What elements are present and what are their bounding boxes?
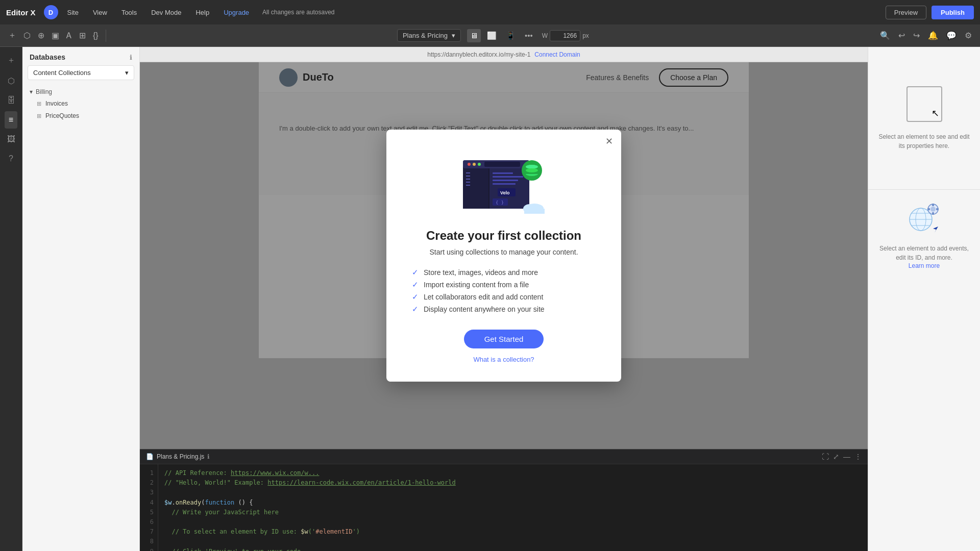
modal-title: Create your first collection <box>426 229 581 243</box>
add-icon[interactable]: ＋ <box>6 28 18 43</box>
code-content[interactable]: // API Reference: https://www.wix.com/w.… <box>158 464 462 551</box>
svg-point-26 <box>526 165 538 169</box>
code-panel-header: 📄 Plans & Pricing.js ℹ ⛶ ⤢ — ⋮ <box>140 449 868 464</box>
desktop-icon[interactable]: 🖥 <box>467 29 481 42</box>
db-panel-title: Databases <box>30 53 65 61</box>
width-field: W px <box>542 30 589 41</box>
separator <box>106 30 106 42</box>
svg-text:Velo: Velo <box>500 190 510 195</box>
chat-icon[interactable]: 💬 <box>944 29 959 42</box>
file-icon: 📄 <box>146 453 154 460</box>
secondbar-center: Plans & Pricing ▾ 🖥 ⬜ 📱 ••• W px <box>111 29 875 42</box>
topbar: Editor X D Site View Tools Dev Mode Help… <box>0 0 980 24</box>
notifications-icon[interactable]: 🔔 <box>926 29 940 42</box>
check-icon-2: ✓ <box>412 292 419 302</box>
code-body[interactable]: 1 2 3 4 5 6 7 8 9 10 // API Reference: h… <box>140 464 868 551</box>
svg-rect-13 <box>493 172 513 174</box>
nav-tools[interactable]: Tools <box>116 9 142 16</box>
text-icon[interactable]: Ꭺ <box>64 29 74 42</box>
sidebar-db-icon[interactable]: ≡ <box>5 111 17 129</box>
code-header-icons: ⛶ ⤢ — ⋮ <box>822 453 862 461</box>
user-avatar[interactable]: D <box>44 5 58 19</box>
pages-icon[interactable]: ▣ <box>50 29 61 42</box>
svg-rect-10 <box>466 182 470 183</box>
secondbar-right: 🔍 ↩ ↪ 🔔 💬 ⚙ <box>878 29 974 42</box>
modal-overlay[interactable]: ✕ <box>140 62 868 449</box>
undo-icon[interactable]: ↩ <box>896 29 907 42</box>
sidebar-media-icon[interactable]: 🖼 <box>3 131 19 148</box>
editor-x-logo: Editor X <box>6 8 36 17</box>
db-item-pricequotes[interactable]: ⊞ PriceQuotes <box>22 110 139 122</box>
table-icon-2: ⊞ <box>37 113 41 119</box>
code-panel: 📄 Plans & Pricing.js ℹ ⛶ ⤢ — ⋮ 1 2 3 4 <box>140 449 868 551</box>
settings-icon[interactable]: ⚙ <box>963 29 974 42</box>
check-icon-3: ✓ <box>412 305 419 314</box>
checklist-item-1: ✓ Import existing content from a file <box>412 279 596 291</box>
svg-rect-31 <box>524 209 545 214</box>
redo-icon[interactable]: ↪ <box>911 29 922 42</box>
code-icon[interactable]: {} <box>91 29 101 42</box>
layers-icon[interactable]: ⬡ <box>21 29 33 42</box>
learn-more-link[interactable]: Learn more <box>909 262 940 269</box>
get-started-button[interactable]: Get Started <box>464 330 544 348</box>
checklist-item-3: ✓ Display content anywhere on your site <box>412 303 596 315</box>
svg-rect-8 <box>466 176 470 177</box>
info-icon-code[interactable]: ℹ <box>207 453 210 460</box>
nav-help[interactable]: Help <box>190 9 214 16</box>
topbar-right: Preview Publish <box>886 6 974 19</box>
fullscreen-icon[interactable]: ⛶ <box>822 453 829 461</box>
nav-devmode[interactable]: Dev Mode <box>146 9 186 16</box>
sidebar-help-icon[interactable]: ? <box>5 150 17 167</box>
what-is-collection-link[interactable]: What is a collection? <box>473 356 534 363</box>
code-line-1: // API Reference: https://www.wix.com/w.… <box>164 468 456 478</box>
nav-upgrade[interactable]: Upgrade <box>218 9 254 16</box>
publish-button[interactable]: Publish <box>932 6 974 19</box>
domain-bar: https://dannyblech.editorx.io/my-site-1 … <box>140 47 868 62</box>
preview-button[interactable]: Preview <box>886 6 926 19</box>
db-dropdown[interactable]: Content Collections ▾ <box>28 65 134 80</box>
svg-rect-9 <box>466 179 470 180</box>
more-options-icon[interactable]: ⋮ <box>854 453 862 461</box>
canvas-content[interactable]: DueTo Features & Benefits Choose a Plan … <box>140 62 868 449</box>
sidebar-layers-icon[interactable]: ⬡ <box>4 72 19 90</box>
svg-rect-40 <box>932 212 934 215</box>
modal-close-button[interactable]: ✕ <box>605 137 613 146</box>
autosave-status: All changes are autosaved <box>262 9 334 16</box>
svg-point-27 <box>526 168 538 172</box>
db-section-billing-header[interactable]: ▾ Billing <box>22 86 139 97</box>
nav-site[interactable]: Site <box>62 9 84 16</box>
events-hint: Select an element to add events, edit it… <box>878 244 970 262</box>
code-line-6 <box>164 517 456 527</box>
mobile-icon[interactable]: 📱 <box>503 29 519 42</box>
sidebar-data-icon[interactable]: 🗄 <box>3 92 19 109</box>
checklist-item-0: ✓ Store text, images, videos and more <box>412 266 596 279</box>
tablet-icon[interactable]: ⬜ <box>484 29 500 42</box>
check-icon-1: ✓ <box>412 280 419 289</box>
db-item-invoices[interactable]: ⊞ Invoices <box>22 97 139 110</box>
svg-marker-43 <box>933 227 938 233</box>
db-info-icon[interactable]: ℹ <box>130 54 132 61</box>
more-icon[interactable]: ••• <box>522 29 536 42</box>
svg-point-38 <box>930 207 936 212</box>
nav-view[interactable]: View <box>88 9 112 16</box>
device-icons: 🖥 ⬜ 📱 ••• <box>467 29 536 42</box>
svg-rect-15 <box>493 180 518 181</box>
modal-create-collection: ✕ <box>386 130 621 382</box>
minus-icon[interactable]: — <box>843 453 850 461</box>
code-line-5: // Write your JavaScript here <box>164 508 456 517</box>
right-panel-events: Select an element to add events, edit it… <box>868 190 980 551</box>
grid-icon[interactable]: ⊞ <box>77 29 88 42</box>
svg-point-3 <box>473 163 476 166</box>
db-dropdown-btn[interactable]: Content Collections ▾ <box>28 65 134 80</box>
search-icon[interactable]: 🔍 <box>878 29 892 42</box>
code-line-7: // To select an element by ID use: $w('#… <box>164 527 456 537</box>
check-icon-0: ✓ <box>412 268 419 277</box>
sidebar-add-icon[interactable]: ＋ <box>3 51 19 70</box>
page-selector[interactable]: Plans & Pricing ▾ <box>397 29 461 42</box>
connect-icon[interactable]: ⊕ <box>36 29 46 42</box>
expand-icon[interactable]: ⤢ <box>833 453 839 461</box>
svg-rect-41 <box>927 208 930 210</box>
connect-domain-button[interactable]: Connect Domain <box>534 51 580 58</box>
width-input[interactable] <box>550 30 580 41</box>
svg-rect-6 <box>463 168 488 209</box>
